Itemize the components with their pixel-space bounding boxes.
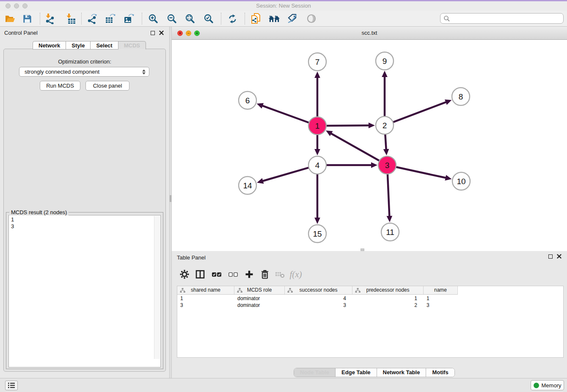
table-cell[interactable]: 2: [352, 302, 424, 309]
table-panel-title: Table Panel: [177, 254, 206, 261]
table-cell[interactable]: dominator: [234, 295, 285, 302]
import-network-button[interactable]: [42, 12, 57, 25]
graph-edge-3-11[interactable]: [388, 173, 390, 217]
tab-network-table[interactable]: Network Table: [377, 368, 426, 377]
deselect-all-button[interactable]: [226, 267, 241, 282]
table-header-row: shared name MCDS role successor nodes: [177, 286, 458, 295]
task-history-button[interactable]: [5, 381, 18, 390]
status-bar: Memory: [0, 378, 567, 392]
split-panel-button[interactable]: [193, 267, 208, 282]
optimization-label: Optimization criterion:: [0, 58, 169, 65]
minimize-window-button[interactable]: [14, 3, 19, 8]
column-header-successor-nodes[interactable]: successor nodes: [285, 286, 352, 294]
zoom-fit-button[interactable]: [183, 12, 197, 25]
graph-edge-1-6[interactable]: [261, 105, 310, 123]
table-cell[interactable]: 3: [424, 302, 458, 309]
select-all-button[interactable]: [209, 267, 224, 282]
tab-select[interactable]: Select: [90, 41, 118, 50]
criterion-dropdown[interactable]: strongly connected component: [19, 67, 149, 77]
graph-arrowhead: [257, 178, 264, 184]
table-cell[interactable]: 3: [177, 302, 234, 309]
home-icon: [268, 14, 280, 24]
list-icon: [8, 382, 15, 389]
save-session-button[interactable]: [20, 12, 34, 25]
run-mcds-button[interactable]: Run MCDS: [40, 81, 80, 91]
canvas-resize-handle[interactable]: [361, 248, 364, 251]
tab-motifs[interactable]: Motifs: [426, 368, 454, 377]
tab-edge-table[interactable]: Edge Table: [335, 368, 376, 377]
tab-style[interactable]: Style: [66, 41, 90, 50]
zoom-selected-icon: [203, 13, 214, 24]
network-canvas[interactable]: 7968124314101511: [172, 40, 567, 251]
close-panel-button[interactable]: Close panel: [85, 81, 129, 91]
zoom-out-button[interactable]: [165, 12, 179, 25]
network-window-titlebar[interactable]: × – + scc.txt: [172, 27, 567, 40]
table-cell[interactable]: 1: [352, 295, 424, 302]
graph-node-label: 10: [457, 177, 465, 186]
close-panel-icon[interactable]: [159, 30, 164, 35]
graph-node-label: 9: [383, 57, 387, 66]
network-close-button[interactable]: ×: [177, 30, 183, 36]
clone-network-button[interactable]: [248, 12, 263, 25]
table-cell[interactable]: 4: [285, 295, 352, 302]
graph-arrowhead: [445, 175, 451, 180]
graph-edge-3-1[interactable]: [330, 133, 380, 161]
open-session-button[interactable]: [3, 12, 17, 25]
export-image-button[interactable]: [122, 12, 136, 25]
network-title: scc.txt: [172, 27, 567, 39]
preview-button[interactable]: [304, 12, 319, 25]
import-table-button[interactable]: [63, 12, 77, 25]
search-input[interactable]: [452, 14, 563, 23]
graph-edge-3-10[interactable]: [395, 167, 447, 178]
eye-icon: [306, 13, 317, 24]
label-toggle-button[interactable]: [285, 12, 300, 25]
graph-edge-1-2[interactable]: [325, 125, 370, 126]
column-header-shared-name[interactable]: shared name: [177, 286, 234, 294]
column-header-name[interactable]: name: [424, 286, 458, 294]
memory-button[interactable]: Memory: [531, 380, 564, 390]
graph-arrowhead: [314, 218, 320, 224]
graph-edge-2-3[interactable]: [385, 133, 386, 150]
table-row[interactable]: 3dominator323: [177, 302, 458, 309]
tab-mcds[interactable]: MCDS: [118, 41, 146, 50]
tab-node-table[interactable]: Node Table: [294, 368, 335, 377]
toolbar-separator: [245, 13, 245, 25]
table-cell[interactable]: 1: [177, 295, 234, 302]
zoom-out-icon: [166, 13, 177, 24]
network-maximize-button[interactable]: +: [194, 30, 200, 36]
export-table-button[interactable]: [103, 12, 118, 25]
tab-network[interactable]: Network: [33, 41, 66, 50]
float-panel-icon[interactable]: [151, 31, 155, 35]
graph-edge-2-8[interactable]: [392, 102, 447, 122]
window-title: Session: New Session: [0, 1, 567, 11]
close-panel-icon[interactable]: [557, 254, 561, 259]
zoom-window-button[interactable]: [22, 3, 28, 8]
close-window-button[interactable]: [6, 3, 11, 8]
criterion-value: strongly connected component: [25, 69, 99, 75]
gear-icon: [179, 269, 190, 279]
table-cell[interactable]: 3: [285, 302, 352, 309]
delete-column-button[interactable]: [257, 267, 272, 282]
toolbar-separator: [81, 13, 82, 25]
search-box[interactable]: [440, 13, 564, 24]
home-button[interactable]: [267, 12, 281, 25]
zoom-in-button[interactable]: [146, 12, 160, 25]
table-cell[interactable]: dominator: [234, 302, 285, 309]
column-header-MCDS-role[interactable]: MCDS role: [234, 286, 285, 294]
table-cell[interactable]: 1: [424, 295, 458, 302]
deselect-all-icon: [228, 269, 239, 279]
result-scrollbar[interactable]: [154, 216, 160, 359]
splitter-handle[interactable]: [170, 195, 171, 202]
zoom-selected-button[interactable]: [201, 12, 216, 25]
network-minimize-button[interactable]: –: [186, 30, 191, 36]
column-header-predecessor-nodes[interactable]: predecessor nodes: [352, 286, 424, 294]
table-row[interactable]: 1dominator411: [177, 295, 458, 302]
export-network-button[interactable]: [85, 12, 99, 25]
create-column-button[interactable]: [242, 267, 257, 282]
float-panel-icon[interactable]: [548, 254, 553, 259]
apply-layout-button[interactable]: [225, 12, 239, 25]
zoom-fit-icon: [184, 13, 195, 24]
table-settings-button[interactable]: [177, 267, 192, 282]
mcds-result-area[interactable]: 1 3: [8, 215, 161, 367]
graph-edge-4-14[interactable]: [262, 167, 310, 181]
